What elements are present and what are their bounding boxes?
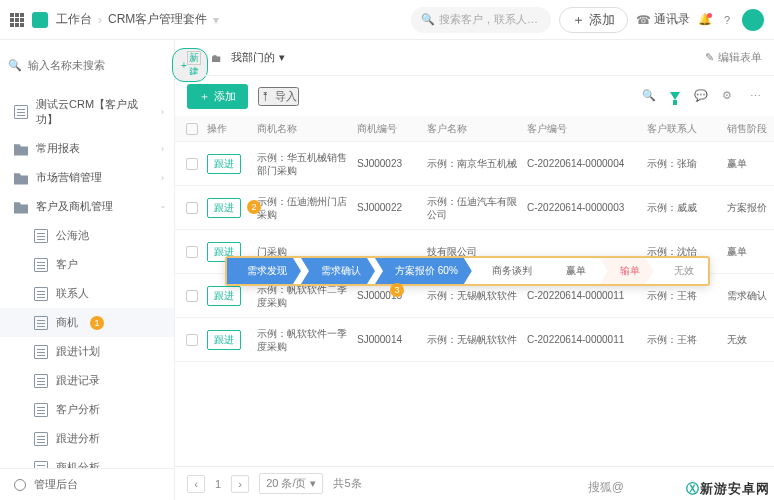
sidebar-item-8[interactable]: 跟进计划: [0, 337, 174, 366]
col-6: 客户联系人: [645, 122, 725, 135]
sidebar-item-10[interactable]: 客户分析: [0, 395, 174, 424]
stage-pipeline: 需求发现需求确认方案报价 60%商务谈判赢单输单无效: [225, 256, 710, 286]
apps-icon[interactable]: [10, 13, 24, 27]
sidebar-item-5[interactable]: 客户: [0, 250, 174, 279]
stage-3[interactable]: 商务谈判: [472, 258, 546, 284]
edit-form-link[interactable]: ✎编辑表单: [705, 50, 762, 65]
chevron-icon: ›: [161, 144, 164, 154]
pagesize-select[interactable]: 20 条/页▾: [259, 473, 323, 494]
avatar[interactable]: [742, 9, 764, 31]
next-page-button[interactable]: ›: [231, 475, 249, 493]
add-button[interactable]: ＋添加: [187, 84, 248, 109]
sidebar-item-11[interactable]: 跟进分析: [0, 424, 174, 453]
search-icon[interactable]: 🔍: [642, 89, 656, 103]
sidebar-item-9[interactable]: 跟进记录: [0, 366, 174, 395]
chevron-down-icon: ▾: [310, 477, 316, 490]
checkbox-all[interactable]: [186, 123, 198, 135]
cell-code: SJ000014: [355, 333, 425, 346]
dept-selector[interactable]: 我部门的▾: [231, 50, 285, 65]
cell-stage: 无效: [725, 333, 774, 346]
more-icon[interactable]: ⋯: [750, 90, 762, 103]
sidebar-item-7[interactable]: 商机1: [0, 308, 174, 337]
stage-5[interactable]: 输单: [600, 258, 654, 284]
sidebar-item-6[interactable]: 联系人: [0, 279, 174, 308]
sidebar-search-input[interactable]: [28, 59, 166, 71]
sidebar-item-4[interactable]: 公海池: [0, 221, 174, 250]
sidebar: 🔍 +新建 测试云CRM【客户成功】›常用报表›市场营销管理›客户及商机管理›公…: [0, 40, 175, 500]
admin-link[interactable]: 管理后台: [0, 468, 174, 500]
cell-cust: 示例：无锡帆软软件: [425, 333, 525, 346]
cell-stage: 赢单: [725, 157, 774, 170]
followup-button[interactable]: 跟进: [207, 330, 241, 350]
stage-0[interactable]: 需求发现: [227, 258, 301, 284]
cell-ccode: C-20220614-0000004: [525, 157, 645, 170]
chat-icon[interactable]: 💬: [694, 89, 708, 103]
callout-badge-3: 3: [390, 283, 404, 297]
cell-stage: 方案报价: [725, 201, 774, 214]
prev-page-button[interactable]: ‹: [187, 475, 205, 493]
filter-icon[interactable]: [670, 92, 680, 100]
table-row: 跟进 示例：华五机械销售部门采购 SJ000023 示例：南京华五机械 C-20…: [175, 142, 774, 186]
chevron-down-icon[interactable]: ▾: [213, 13, 219, 27]
checkbox[interactable]: [186, 202, 198, 214]
settings-icon[interactable]: ⚙: [722, 89, 736, 103]
followup-button[interactable]: 跟进: [207, 198, 241, 218]
page-number: 1: [215, 478, 221, 490]
cell-name: 示例：帆软软件一季度采购: [255, 327, 355, 353]
cell-name: 示例：帆软软件二季度采购: [255, 283, 355, 309]
followup-button[interactable]: 跟进: [207, 286, 241, 306]
badge: 1: [90, 316, 104, 330]
total-count: 共5条: [333, 476, 361, 491]
followup-button[interactable]: 跟进: [207, 154, 241, 174]
cell-cust: 示例：无锡帆软软件: [425, 289, 525, 302]
table-row: 跟进 示例：帆软软件一季度采购 SJ000014 示例：无锡帆软软件 C-202…: [175, 318, 774, 362]
collapse-sidebar-button[interactable]: ‹: [187, 51, 201, 65]
col-7: 销售阶段: [725, 122, 774, 135]
cell-ccode: C-20220614-0000011: [525, 333, 645, 346]
cell-name: 示例：华五机械销售部门采购: [255, 151, 355, 177]
checkbox[interactable]: [186, 158, 198, 170]
cell-cust: 示例：伍迪汽车有限公司: [425, 195, 525, 221]
sidebar-item-0[interactable]: 测试云CRM【客户成功】›: [0, 90, 174, 134]
checkbox[interactable]: [186, 290, 198, 302]
sidebar-item-12[interactable]: 商机分析: [0, 453, 174, 468]
chevron-right-icon: ›: [98, 13, 102, 27]
doc-icon: [34, 461, 48, 469]
checkbox[interactable]: [186, 246, 198, 258]
cell-ccode: C-20220614-0000003: [525, 201, 645, 214]
contacts-icon: ☎: [636, 13, 650, 27]
doc-icon: [34, 229, 48, 243]
sidebar-item-3[interactable]: 客户及商机管理›: [0, 192, 174, 221]
plus-icon: ＋: [572, 11, 585, 29]
bell-icon[interactable]: 🔔: [698, 13, 712, 27]
folder-icon: [14, 200, 28, 214]
breadcrumb-suite[interactable]: CRM客户管理套件: [108, 11, 207, 28]
upload-icon: ⭱: [260, 90, 271, 102]
cell-name: 示例：伍迪潮州门店采购: [255, 195, 355, 221]
plus-icon: ＋: [199, 89, 210, 104]
cell-code: SJ000023: [355, 157, 425, 170]
doc-icon: [34, 432, 48, 446]
sidebar-item-2[interactable]: 市场营销管理›: [0, 163, 174, 192]
col-5: 客户编号: [525, 122, 645, 135]
stage-2[interactable]: 方案报价 60%: [375, 258, 472, 284]
contacts-link[interactable]: ☎通讯录: [636, 11, 690, 28]
stage-6[interactable]: 无效: [654, 258, 708, 284]
global-search[interactable]: 🔍 搜索客户，联系人…: [411, 7, 551, 33]
doc-icon: [34, 287, 48, 301]
stage-4[interactable]: 赢单: [546, 258, 600, 284]
stage-1[interactable]: 需求确认: [301, 258, 375, 284]
data-table: 操作商机名称商机编号客户名称客户编号客户联系人销售阶段 跟进 示例：华五机械销售…: [175, 116, 774, 466]
folder-icon: [14, 171, 28, 185]
doc-icon: [14, 105, 28, 119]
folder-icon: 🖿: [209, 51, 223, 65]
cell-code: SJ000022: [355, 201, 425, 214]
help-icon[interactable]: ?: [720, 13, 734, 27]
checkbox[interactable]: [186, 334, 198, 346]
col-0: [179, 123, 205, 135]
breadcrumb-workspace[interactable]: 工作台: [56, 11, 92, 28]
import-button[interactable]: ⭱导入: [258, 87, 299, 106]
doc-icon: [34, 316, 48, 330]
sidebar-item-1[interactable]: 常用报表›: [0, 134, 174, 163]
top-add-button[interactable]: ＋添加: [559, 7, 628, 33]
